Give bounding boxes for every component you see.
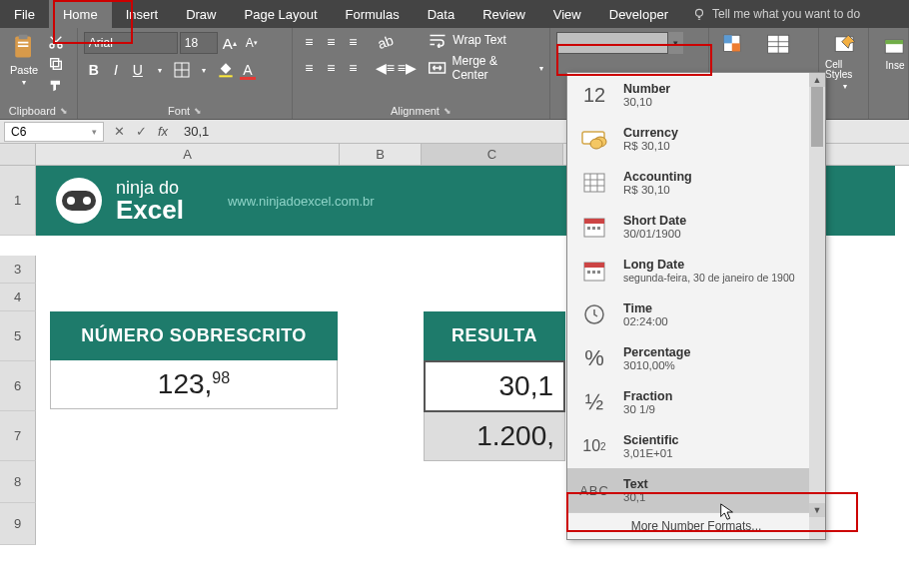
font-group-label: Font: [168, 105, 190, 117]
tab-draw[interactable]: Draw: [172, 0, 230, 28]
number-format-dropdown-arrow[interactable]: ▾: [667, 32, 683, 54]
font-size-select[interactable]: [180, 32, 218, 54]
dd-item-scientific[interactable]: 102 Scientific3,01E+01: [567, 424, 825, 468]
align-top-button[interactable]: ≡: [299, 32, 319, 52]
format-painter-button[interactable]: [46, 76, 66, 96]
enter-formula-button[interactable]: ✓: [130, 124, 152, 139]
clipboard-group-label: Clipboard: [9, 105, 56, 117]
clipboard-launcher[interactable]: ⬊: [60, 106, 68, 116]
dropdown-scrollbar[interactable]: ▲ ▼: [809, 73, 825, 539]
align-right-button[interactable]: ≡: [343, 58, 363, 78]
number-format-select[interactable]: ▾: [556, 32, 668, 54]
scroll-up-arrow[interactable]: ▲: [809, 73, 825, 87]
conditional-formatting-button[interactable]: [715, 32, 755, 58]
dd-label: Number: [623, 82, 670, 96]
right-header-cell[interactable]: RESULTA: [424, 311, 565, 360]
tab-page-layout[interactable]: Page Layout: [231, 0, 332, 28]
format-as-table-button[interactable]: [759, 32, 799, 58]
dd-item-number[interactable]: 12 Number30,10: [567, 73, 825, 117]
dd-item-short-date[interactable]: Short Date30/01/1900: [567, 205, 825, 249]
dd-item-text[interactable]: ABC Text30,1: [567, 468, 825, 512]
decrease-font-button[interactable]: A▾: [242, 33, 262, 53]
decrease-indent-button[interactable]: ◀≡: [375, 58, 395, 78]
fraction-icon: ½: [577, 387, 611, 417]
tab-file[interactable]: File: [0, 0, 49, 28]
align-middle-button[interactable]: ≡: [321, 32, 341, 52]
insert-cells-label: Inse: [886, 60, 905, 71]
scroll-down-arrow[interactable]: ▼: [809, 503, 825, 517]
underline-button[interactable]: U: [128, 60, 148, 80]
tab-developer[interactable]: Developer: [595, 0, 682, 28]
borders-dropdown[interactable]: ▾: [194, 60, 214, 80]
cancel-formula-button[interactable]: ✕: [108, 124, 130, 139]
tab-view[interactable]: View: [539, 0, 595, 28]
svg-point-0: [696, 9, 703, 16]
insert-cells-button[interactable]: Inse: [875, 32, 909, 71]
bold-button[interactable]: B: [84, 60, 104, 80]
name-box[interactable]: C6▾: [4, 122, 104, 142]
paste-label: Paste: [10, 64, 38, 76]
more-number-formats-link[interactable]: More Number Formats...: [567, 512, 825, 539]
row-header-5[interactable]: 5: [0, 311, 36, 361]
italic-button[interactable]: I: [106, 60, 126, 80]
insert-cells-icon: [882, 32, 908, 58]
row-header-1[interactable]: 1: [0, 166, 36, 236]
font-name-select[interactable]: [84, 32, 178, 54]
col-header-B[interactable]: B: [340, 144, 422, 165]
align-bottom-button[interactable]: ≡: [343, 32, 363, 52]
tab-data[interactable]: Data: [414, 0, 468, 28]
cell-styles-button[interactable]: Cell Styles ▾: [825, 32, 865, 91]
svg-rect-16: [732, 43, 740, 51]
copy-button[interactable]: [46, 54, 66, 74]
left-header-cell[interactable]: NÚMERO SOBRESCRITO: [50, 311, 338, 360]
increase-indent-button[interactable]: ≡▶: [397, 58, 417, 78]
formula-value[interactable]: 30,1: [174, 124, 209, 139]
cut-button[interactable]: [46, 32, 66, 52]
increase-font-button[interactable]: A▴: [220, 33, 240, 53]
dd-item-accounting[interactable]: AccountingR$ 30,10: [567, 161, 825, 205]
tab-home[interactable]: Home: [49, 0, 112, 28]
dd-item-time[interactable]: Time02:24:00: [567, 293, 825, 336]
cell-C7[interactable]: 1.200,: [424, 412, 565, 461]
select-all-corner[interactable]: [0, 144, 36, 165]
cell-C6[interactable]: 30,1: [424, 360, 565, 412]
wrap-text-icon: [429, 32, 447, 48]
align-center-button[interactable]: ≡: [321, 58, 341, 78]
dd-item-long-date[interactable]: Long Datesegunda-feira, 30 de janeiro de…: [567, 249, 825, 293]
cond-fmt-icon: [722, 32, 748, 58]
underline-dropdown[interactable]: ▾: [150, 60, 170, 80]
row-header-4[interactable]: 4: [0, 284, 36, 311]
col-header-C[interactable]: C: [422, 144, 563, 165]
svg-rect-12: [219, 75, 232, 77]
merge-center-button[interactable]: Merge & Center ▾: [429, 54, 542, 82]
wrap-text-button[interactable]: Wrap Text: [429, 32, 542, 48]
row-header-7[interactable]: 7: [0, 411, 36, 461]
row-header-8[interactable]: 8: [0, 461, 36, 503]
insert-function-button[interactable]: fx: [152, 124, 174, 139]
bucket-icon: [218, 62, 234, 78]
orientation-button[interactable]: ab: [375, 32, 395, 52]
tab-formulas[interactable]: Formulas: [332, 0, 414, 28]
paste-button[interactable]: Paste ▾: [6, 32, 42, 90]
row-header-6[interactable]: 6: [0, 361, 36, 411]
tab-insert[interactable]: Insert: [112, 0, 173, 28]
lightbulb-icon: [692, 7, 706, 21]
align-left-button[interactable]: ≡: [299, 58, 319, 78]
table-icon: [766, 32, 792, 58]
svg-rect-7: [53, 61, 61, 69]
col-header-A[interactable]: A: [36, 144, 340, 165]
alignment-launcher[interactable]: ⬊: [444, 106, 452, 116]
dd-item-currency[interactable]: CurrencyR$ 30,10: [567, 117, 825, 161]
font-launcher[interactable]: ⬊: [194, 106, 202, 116]
row-header-9[interactable]: 9: [0, 503, 36, 545]
tab-review[interactable]: Review: [468, 0, 539, 28]
dd-item-percentage[interactable]: % Percentage3010,00%: [567, 336, 825, 380]
row-header-3[interactable]: 3: [0, 256, 36, 284]
left-value-cell[interactable]: 123,98: [50, 360, 338, 409]
dd-item-fraction[interactable]: ½ Fraction30 1/9: [567, 380, 825, 424]
scroll-thumb[interactable]: [811, 87, 823, 147]
font-color-button[interactable]: A: [238, 60, 258, 80]
borders-button[interactable]: [172, 60, 192, 80]
fill-color-button[interactable]: [216, 60, 236, 80]
tell-me-search[interactable]: Tell me what you want to do: [682, 0, 909, 28]
